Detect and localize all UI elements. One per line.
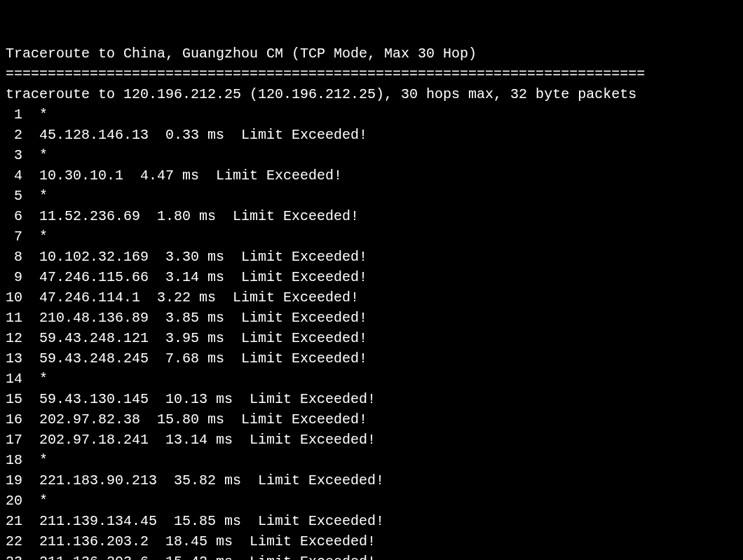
hop-line: 16 202.97.82.38 15.80 ms Limit Exceeded! [6, 409, 737, 430]
hop-line: 7 * [6, 226, 737, 247]
hop-line: 2 45.128.146.13 0.33 ms Limit Exceeded! [6, 125, 737, 145]
hop-line: 23 211.136.203.6 15.42 ms Limit Exceeded… [6, 552, 737, 560]
traceroute-header: traceroute to 120.196.212.25 (120.196.21… [6, 84, 737, 104]
hop-line: 13 59.43.248.245 7.68 ms Limit Exceeded! [6, 348, 737, 369]
hop-line: 18 * [6, 450, 737, 470]
hop-line: 4 10.30.10.1 4.47 ms Limit Exceeded! [6, 165, 737, 186]
hop-line: 12 59.43.248.121 3.95 ms Limit Exceeded! [6, 328, 737, 348]
hop-line: 19 221.183.90.213 35.82 ms Limit Exceede… [6, 470, 737, 491]
hop-list: 1 * 2 45.128.146.13 0.33 ms Limit Exceed… [6, 104, 737, 560]
hop-line: 6 11.52.236.69 1.80 ms Limit Exceeded! [6, 206, 737, 226]
hop-line: 10 47.246.114.1 3.22 ms Limit Exceeded! [6, 287, 737, 308]
hop-line: 9 47.246.115.66 3.14 ms Limit Exceeded! [6, 267, 737, 287]
hop-line: 20 * [6, 491, 737, 511]
hop-line: 14 * [6, 369, 737, 389]
hop-line: 1 * [6, 104, 737, 125]
hop-line: 17 202.97.18.241 13.14 ms Limit Exceeded… [6, 430, 737, 450]
separator-line: ========================================… [6, 64, 737, 84]
hop-line: 8 10.102.32.169 3.30 ms Limit Exceeded! [6, 247, 737, 267]
hop-line: 11 210.48.136.89 3.85 ms Limit Exceeded! [6, 308, 737, 328]
hop-line: 5 * [6, 186, 737, 206]
hop-line: 22 211.136.203.2 18.45 ms Limit Exceeded… [6, 531, 737, 552]
hop-line: 21 211.139.134.45 15.85 ms Limit Exceede… [6, 511, 737, 531]
traceroute-title: Traceroute to China, Guangzhou CM (TCP M… [6, 43, 737, 64]
terminal-output: Traceroute to China, Guangzhou CM (TCP M… [6, 43, 737, 560]
hop-line: 3 * [6, 145, 737, 165]
hop-line: 15 59.43.130.145 10.13 ms Limit Exceeded… [6, 389, 737, 409]
